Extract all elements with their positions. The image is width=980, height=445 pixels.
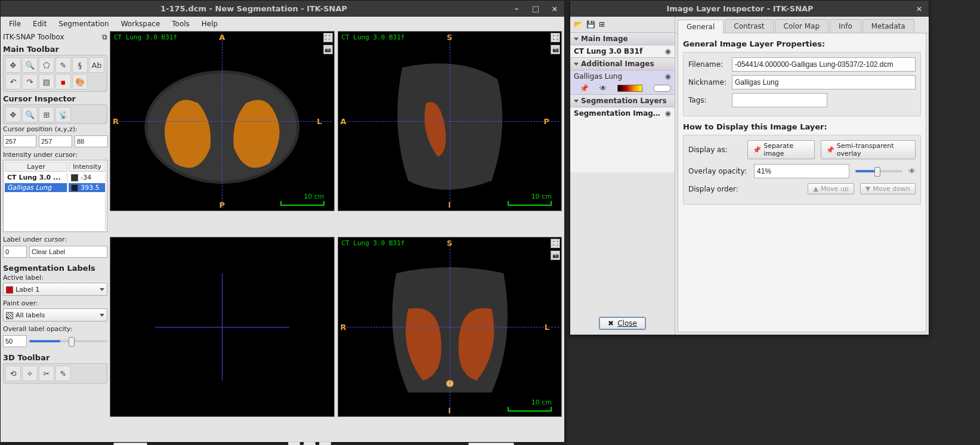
sagittal-viewport[interactable]: CT Lung 3.0 B31f S I A P ⛶📷 10 cm [338, 31, 562, 211]
label-editor-icon[interactable]: ▪ [55, 74, 71, 89]
paintbrush-tool-icon[interactable]: ✎ [55, 57, 71, 73]
zoom-to-fit-button[interactable]: zoom to fit [468, 443, 514, 446]
trackball-icon[interactable]: ⟲ [5, 366, 21, 381]
redo-icon[interactable]: ↷ [22, 74, 38, 89]
scalpel-icon[interactable]: ✂ [39, 366, 54, 381]
screenshot-icon[interactable]: 📷 [323, 45, 333, 54]
menu-tools[interactable]: Tools [167, 18, 194, 30]
menu-workspace[interactable]: Workspace [116, 18, 165, 30]
cursor-crosshair-icon[interactable]: ✥ [5, 107, 21, 122]
overall-opacity-slider[interactable] [29, 340, 107, 342]
tree-main-image-header[interactable]: Main Image [570, 32, 675, 45]
axial-viewport[interactable]: CT Lung 3.0 B31f A P R L [110, 31, 335, 211]
overlay-button[interactable]: 📌Semi-transparent overlay [821, 140, 916, 159]
visibility-icon[interactable]: ◉ [665, 72, 671, 81]
save-icon[interactable]: 💾 [586, 20, 595, 29]
paint-over-combo[interactable]: All labels [3, 308, 107, 322]
overlay-opacity-field[interactable] [754, 164, 849, 178]
tab-colormap[interactable]: Color Map [775, 19, 828, 33]
eye-icon[interactable]: 👁 [599, 84, 607, 92]
cursor-table-icon[interactable]: ⊞ [39, 107, 54, 122]
menu-file[interactable]: File [4, 18, 26, 30]
cursor-z-input[interactable] [75, 135, 108, 147]
cursor-sync-icon[interactable]: 📡 [55, 107, 71, 122]
tab-contrast[interactable]: Contrast [725, 19, 773, 33]
polygon-tool-icon[interactable]: ⬠ [39, 57, 54, 73]
tree-item-additional[interactable]: Galligas Lung◉ [570, 70, 675, 82]
tree-item-main[interactable]: CT Lung 3.0 B31f◉ [570, 45, 675, 57]
toolbox-title: ITK-SNAP Toolbox⧉ [3, 32, 107, 42]
inspector-titlebar[interactable]: Image Layer Inspector - ITK-SNAP × [570, 1, 929, 17]
tab-info[interactable]: Info [830, 19, 861, 33]
opacity-mini-slider[interactable] [653, 85, 671, 92]
cursor-zoom-icon[interactable]: 🔍 [22, 107, 38, 122]
menu-segmentation[interactable]: Segmentation [54, 18, 113, 30]
filename-label: Filename: [688, 60, 727, 69]
overlay-opacity-slider[interactable] [855, 170, 902, 172]
update-3d-button[interactable]: update [113, 443, 147, 446]
cursor-y-input[interactable] [39, 135, 72, 147]
snake-tool-icon[interactable]: § [72, 57, 88, 73]
close-button[interactable]: ✖Close [599, 317, 646, 330]
filename-field[interactable] [732, 57, 916, 72]
tags-field[interactable] [732, 93, 827, 107]
table-row[interactable]: CT Lung 3.0 ...-34 [5, 173, 106, 182]
screenshot-icon[interactable]: 📷 [551, 251, 560, 260]
move-up-button[interactable]: ▲Move up [808, 183, 854, 194]
tab-general[interactable]: General [678, 20, 724, 33]
colormap-preview[interactable] [617, 85, 642, 92]
cursor-x-input[interactable] [3, 135, 36, 147]
3d-viewport[interactable] [110, 237, 335, 417]
camera-icon[interactable]: 📷 [304, 441, 316, 445]
close-x-icon: ✖ [608, 319, 614, 327]
move-down-button[interactable]: ▼Move down [860, 183, 916, 194]
dropdown-icon[interactable]: ▾ [319, 441, 331, 445]
main-titlebar[interactable]: 1-175.dcm - New Segmentation - ITK-SNAP … [1, 1, 564, 17]
inspector-window: Image Layer Inspector - ITK-SNAP × 📂 💾 ⊞… [570, 0, 929, 335]
visibility-icon[interactable]: ◉ [665, 47, 671, 55]
paint-over-value: All labels [16, 311, 45, 319]
layer-inspector-icon[interactable]: ▤ [39, 74, 54, 89]
tab-metadata[interactable]: Metadata [862, 19, 914, 33]
general-props-header: General Image Layer Properties: [683, 39, 921, 48]
tree-seg-header[interactable]: Segmentation Layers [570, 94, 675, 107]
detach-icon[interactable]: ⧉ [102, 33, 107, 41]
overall-opacity-input[interactable] [3, 335, 27, 347]
main-window: 1-175.dcm - New Segmentation - ITK-SNAP … [0, 0, 565, 443]
pin-icon[interactable]: 📌 [580, 84, 589, 92]
expand-icon[interactable]: ⛶ [551, 239, 560, 248]
separate-image-button[interactable]: 📌Separate image [747, 140, 814, 159]
crosshair3d-icon[interactable]: ✧ [22, 366, 38, 381]
contrast-icon[interactable]: ◐ [288, 441, 300, 445]
chevron-down-icon [100, 288, 104, 291]
maximize-icon[interactable]: □ [526, 1, 545, 17]
undo-icon[interactable]: ↶ [5, 74, 21, 89]
label-id-input[interactable] [3, 246, 27, 258]
nickname-field[interactable] [732, 75, 916, 89]
menu-help[interactable]: Help [197, 18, 222, 30]
zoom-tool-icon[interactable]: 🔍 [22, 57, 38, 73]
close-icon[interactable]: × [545, 1, 564, 17]
expand-icon[interactable]: ⛶ [323, 33, 333, 42]
coronal-viewport[interactable]: CT Lung 3.0 B31f S I R L ⛶📷 [338, 237, 562, 417]
tree-item-seg[interactable]: Segmentation Imag…◉ [570, 107, 675, 119]
folder-open-icon[interactable]: 📂 [574, 20, 583, 29]
eye-icon[interactable]: 👁 [908, 167, 916, 175]
close-icon[interactable]: × [910, 1, 929, 17]
minimize-icon[interactable]: – [507, 1, 526, 17]
annotation-tool-icon[interactable]: Ab [89, 57, 104, 73]
layer-tree-panel: 📂 💾 ⊞ Main Image CT Lung 3.0 B31f◉ Addit… [570, 17, 675, 335]
active-label-combo[interactable]: Label 1 [3, 283, 107, 296]
colormap-icon[interactable]: 🎨 [72, 74, 88, 89]
menu-edit[interactable]: Edit [28, 18, 51, 30]
label-under-cursor-label: Label under cursor: [3, 236, 107, 243]
label-name-input[interactable] [29, 246, 107, 258]
expand-icon[interactable]: ⛶ [551, 33, 560, 42]
grid-icon[interactable]: ⊞ [599, 20, 605, 29]
spray-icon[interactable]: ✎ [55, 366, 71, 381]
screenshot-icon[interactable]: 📷 [551, 45, 560, 54]
crosshair-tool-icon[interactable]: ✥ [5, 57, 21, 73]
visibility-icon[interactable]: ◉ [665, 109, 671, 118]
tree-additional-header[interactable]: Additional Images [570, 57, 675, 70]
table-row[interactable]: Galligas Lung393.5 [5, 183, 106, 192]
